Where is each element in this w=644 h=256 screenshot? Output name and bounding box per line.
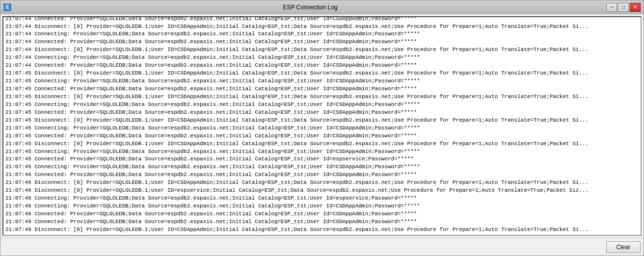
log-line: 21:07:45 Connecting: Provider=SQLOLEDB;D… — [5, 77, 639, 85]
title-bar: E ESP Connection Log ─ □ ✕ — [0, 0, 644, 14]
log-line: 21:07:49 Disconnect: [0] Provider=SQLOLE… — [5, 226, 639, 234]
log-line: 21:07:46 Connecting: Provider=SQLOLEDB;D… — [5, 203, 639, 210]
log-line: 21:07:45 Connecting: Provider=SQLOLEDB;D… — [5, 163, 639, 171]
close-button[interactable]: ✕ — [630, 3, 641, 12]
window-controls: ─ □ ✕ — [606, 3, 641, 12]
log-line: 21:07:45 Connected: Provider=SQLOLEDB;Da… — [5, 155, 639, 163]
bottom-bar: Clear — [0, 238, 644, 256]
log-line: 21:07:44 Disconnect: [0] Provider=SQLOLE… — [5, 23, 639, 31]
log-line: 21:07:46 Connected: Provider=SQLOLEDB;Da… — [5, 210, 639, 218]
minimize-button[interactable]: ─ — [606, 3, 617, 12]
log-line: 21:07:45 Disconnect: [0] Provider=SQLOLE… — [5, 93, 639, 101]
log-content[interactable]: 21:07:41 Connecting: Provider=SQLOLEDB;D… — [3, 17, 641, 235]
log-area-wrapper: 21:07:41 Connecting: Provider=SQLOLEDB;D… — [2, 16, 642, 236]
log-line: 21:07:44 Disconnect: [0] Provider=SQLOLE… — [5, 46, 639, 54]
maximize-button[interactable]: □ — [618, 3, 629, 12]
esp-connection-log-window: E ESP Connection Log ─ □ ✕ 21:07:41 Conn… — [0, 0, 644, 256]
log-line: 21:07:49 Connected: Provider=SQLOLEDB;Da… — [5, 218, 639, 226]
log-line: 21:07:44 Connecting: Provider=SQLOLEDB;D… — [5, 54, 639, 62]
log-line: 21:07:44 Connected: Provider=SQLOLEDB;Da… — [5, 17, 639, 23]
log-line: 21:07:45 Connecting: Provider=SQLOLEDB;D… — [5, 125, 639, 132]
log-line: 21:07:44 Connecting: Provider=SQLOLEDB;D… — [5, 30, 639, 38]
log-line: 21:07:45 Connecting: Provider=SQLOLEDB;D… — [5, 148, 639, 156]
log-line: 21:07:45 Connected: Provider=SQLOLEDB;Da… — [5, 109, 639, 117]
log-line: 21:07:45 Connected: Provider=SQLOLEDB;Da… — [5, 85, 639, 93]
log-line: 21:07:46 Connecting: Provider=SQLOLEDB;D… — [5, 195, 639, 203]
log-line: 21:07:44 Connected: Provider=SQLOLEDB;Da… — [5, 38, 639, 46]
window-icon: E — [3, 3, 11, 11]
log-line: 21:07:45 Disconnect: [0] Provider=SQLOLE… — [5, 70, 639, 77]
log-line: 21:07:44 Connected: Provider=SQLOLEDB;Da… — [5, 62, 639, 70]
log-line: 21:07:46 Disconnect: [0] Provider=SQLOLE… — [5, 179, 639, 187]
clear-button[interactable]: Clear — [606, 241, 641, 253]
log-line: 21:07:45 Connected: Provider=SQLOLEDB;Da… — [5, 132, 639, 140]
window-title: ESP Connection Log — [14, 4, 606, 11]
log-line: 21:07:45 Connecting: Provider=SQLOLEDB;D… — [5, 101, 639, 109]
log-line: 21:07:46 Disconnect: [0] Provider=SQLOLE… — [5, 187, 639, 195]
log-line: 21:07:45 Disconnect: [0] Provider=SQLOLE… — [5, 117, 639, 125]
log-line: 21:07:45 Disconnect: [0] Provider=SQLOLE… — [5, 140, 639, 148]
log-line: 21:07:46 Connected: Provider=SQLOLEDB;Da… — [5, 171, 639, 179]
